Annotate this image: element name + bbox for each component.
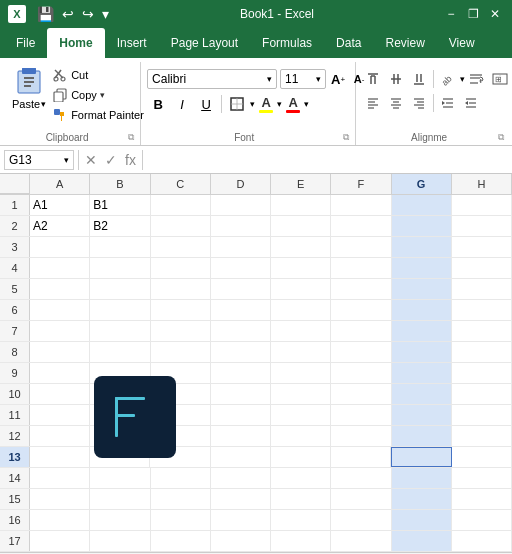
cell-c15[interactable] xyxy=(151,489,211,509)
cell-e13[interactable] xyxy=(271,447,331,467)
orientation-button[interactable]: ab xyxy=(437,68,459,90)
cell-a8[interactable] xyxy=(30,342,90,362)
cell-f6[interactable] xyxy=(331,300,391,320)
copy-button[interactable]: Copy ▾ xyxy=(50,86,146,104)
cell-f9[interactable] xyxy=(331,363,391,383)
cell-f5[interactable] xyxy=(331,279,391,299)
highlight-dropdown[interactable]: ▾ xyxy=(277,99,282,109)
cell-a5[interactable] xyxy=(30,279,90,299)
cell-e10[interactable] xyxy=(271,384,331,404)
cancel-formula-button[interactable]: ✕ xyxy=(83,152,99,168)
minimize-button[interactable]: − xyxy=(442,5,460,23)
cell-f10[interactable] xyxy=(331,384,391,404)
cell-d15[interactable] xyxy=(211,489,271,509)
cell-h6[interactable] xyxy=(452,300,512,320)
align-middle-button[interactable] xyxy=(385,68,407,90)
alignment-expand-icon[interactable]: ⧉ xyxy=(498,132,504,143)
tab-insert[interactable]: Insert xyxy=(105,28,159,58)
cell-c1[interactable] xyxy=(151,195,211,215)
font-size-select[interactable]: 11 ▾ xyxy=(280,69,326,89)
cell-e3[interactable] xyxy=(271,237,331,257)
cell-e6[interactable] xyxy=(271,300,331,320)
cell-d17[interactable] xyxy=(211,531,271,551)
cell-a12[interactable] xyxy=(30,426,90,446)
cell-a15[interactable] xyxy=(30,489,90,509)
align-right-button[interactable] xyxy=(408,92,430,114)
tab-data[interactable]: Data xyxy=(324,28,373,58)
increase-indent-button[interactable] xyxy=(460,92,482,114)
tab-formulas[interactable]: Formulas xyxy=(250,28,324,58)
copy-dropdown-arrow[interactable]: ▾ xyxy=(100,90,105,100)
cell-b3[interactable] xyxy=(90,237,150,257)
cell-d4[interactable] xyxy=(211,258,271,278)
cell-h16[interactable] xyxy=(452,510,512,530)
row-header-11[interactable]: 11 xyxy=(0,405,30,425)
cell-e14[interactable] xyxy=(271,468,331,488)
align-bottom-button[interactable] xyxy=(408,68,430,90)
row-header-12[interactable]: 12 xyxy=(0,426,30,446)
align-left-button[interactable] xyxy=(362,92,384,114)
cell-c3[interactable] xyxy=(151,237,211,257)
cell-e17[interactable] xyxy=(271,531,331,551)
cell-g10[interactable] xyxy=(392,384,452,404)
font-name-select[interactable]: Calibri ▾ xyxy=(147,69,277,89)
cell-f1[interactable] xyxy=(331,195,391,215)
cell-a10[interactable] xyxy=(30,384,90,404)
row-header-14[interactable]: 14 xyxy=(0,468,30,488)
row-header-13[interactable]: 13 xyxy=(0,447,30,467)
cell-d2[interactable] xyxy=(211,216,271,236)
cell-b7[interactable] xyxy=(90,321,150,341)
cell-h1[interactable] xyxy=(452,195,512,215)
font-expand-icon[interactable]: ⧉ xyxy=(343,132,349,143)
cell-d8[interactable] xyxy=(211,342,271,362)
cell-b8[interactable] xyxy=(90,342,150,362)
row-header-2[interactable]: 2 xyxy=(0,216,30,236)
cell-h7[interactable] xyxy=(452,321,512,341)
cell-d9[interactable] xyxy=(211,363,271,383)
cell-d5[interactable] xyxy=(211,279,271,299)
cell-a14[interactable] xyxy=(30,468,90,488)
cell-h15[interactable] xyxy=(452,489,512,509)
cell-f3[interactable] xyxy=(331,237,391,257)
cell-a6[interactable] xyxy=(30,300,90,320)
cell-e11[interactable] xyxy=(271,405,331,425)
cell-d6[interactable] xyxy=(211,300,271,320)
row-header-15[interactable]: 15 xyxy=(0,489,30,509)
cell-a7[interactable] xyxy=(30,321,90,341)
cell-g9[interactable] xyxy=(392,363,452,383)
cell-h12[interactable] xyxy=(452,426,512,446)
cell-a4[interactable] xyxy=(30,258,90,278)
cell-c7[interactable] xyxy=(151,321,211,341)
col-header-d[interactable]: D xyxy=(211,174,271,194)
cell-a2[interactable]: A2 xyxy=(30,216,90,236)
cell-f8[interactable] xyxy=(331,342,391,362)
border-dropdown[interactable]: ▾ xyxy=(250,99,255,109)
cell-a9[interactable] xyxy=(30,363,90,383)
cell-b6[interactable] xyxy=(90,300,150,320)
cell-f15[interactable] xyxy=(331,489,391,509)
font-color-dropdown[interactable]: ▾ xyxy=(304,99,309,109)
tab-file[interactable]: File xyxy=(4,28,47,58)
cell-d14[interactable] xyxy=(211,468,271,488)
align-center-button[interactable] xyxy=(385,92,407,114)
cell-d1[interactable] xyxy=(211,195,271,215)
cell-f14[interactable] xyxy=(331,468,391,488)
cell-a17[interactable] xyxy=(30,531,90,551)
cell-d10[interactable] xyxy=(211,384,271,404)
row-header-7[interactable]: 7 xyxy=(0,321,30,341)
cell-e4[interactable] xyxy=(271,258,331,278)
cell-g5[interactable] xyxy=(392,279,452,299)
cell-h9[interactable] xyxy=(452,363,512,383)
cell-g13[interactable] xyxy=(391,447,451,467)
cell-d12[interactable] xyxy=(211,426,271,446)
cell-b5[interactable] xyxy=(90,279,150,299)
cell-h14[interactable] xyxy=(452,468,512,488)
cell-e12[interactable] xyxy=(271,426,331,446)
cell-b2[interactable]: B2 xyxy=(90,216,150,236)
cell-d3[interactable] xyxy=(211,237,271,257)
cell-e15[interactable] xyxy=(271,489,331,509)
row-header-9[interactable]: 9 xyxy=(0,363,30,383)
cell-e16[interactable] xyxy=(271,510,331,530)
cell-h4[interactable] xyxy=(452,258,512,278)
cell-h3[interactable] xyxy=(452,237,512,257)
